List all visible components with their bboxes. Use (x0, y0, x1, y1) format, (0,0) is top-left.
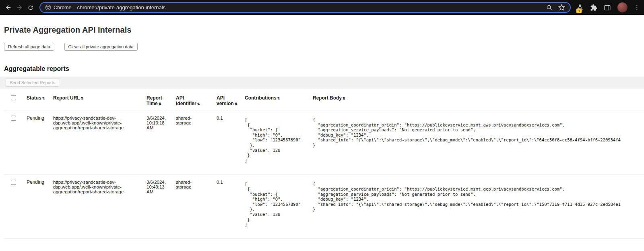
url-text: chrome://private-aggregation-internals (77, 4, 165, 10)
section-title: Aggregatable reports (4, 65, 640, 73)
extension-badge: 1 (576, 8, 582, 13)
extension-action-button[interactable]: 1 (576, 4, 584, 11)
column-header-api-identifier[interactable]: API identifier⇅ (176, 91, 217, 110)
side-panel-button[interactable] (604, 4, 611, 11)
api-identifier-cell: shared-storage (176, 110, 217, 174)
column-header-report-body[interactable]: Report Body⇅ (313, 91, 644, 110)
contributions-cell: [ { "bucket": { "high": "0", "low": "123… (245, 174, 313, 239)
select-all-cell (4, 91, 27, 110)
reports-table: Status⇅ Report URL⇅ Report Time⇅ API ide… (4, 91, 644, 239)
address-bar[interactable]: Chrome chrome://private-aggregation-inte… (39, 2, 571, 13)
browser-toolbar: Chrome chrome://private-aggregation-inte… (0, 0, 644, 15)
refresh-all-button[interactable]: Refresh all page data (4, 43, 54, 51)
sort-icon: ⇅ (81, 96, 84, 100)
zoom-button[interactable] (546, 4, 553, 11)
row-select-cell (4, 174, 27, 239)
reload-icon (27, 4, 34, 11)
chrome-chip-label: Chrome (54, 5, 71, 10)
contributions-cell: [ { "bucket": { "high": "0", "low": "123… (245, 110, 313, 174)
report-url-cell: https://privacy-sandcastle-dev-dsp.web.a… (53, 174, 147, 239)
sort-icon: ⇅ (343, 96, 345, 100)
status-cell: Pending (27, 174, 53, 239)
back-arrow-icon (5, 4, 12, 11)
report-body-json: { "aggregation_coordinator_origin": "htt… (313, 117, 644, 148)
column-header-status[interactable]: Status⇅ (27, 91, 53, 110)
api-identifier-cell: shared-storage (176, 174, 217, 239)
contributions-json: [ { "bucket": { "high": "0", "low": "123… (245, 181, 308, 227)
page-content: Private Aggregation API Internals Refres… (0, 25, 644, 239)
three-dot-menu-icon: ⋮ (634, 4, 640, 10)
table-toolbar: Send Selected Reports (0, 77, 644, 89)
api-version-cell: 0.1 (217, 174, 245, 239)
column-header-report-time[interactable]: Report Time⇅ (147, 91, 176, 110)
row-select-cell (4, 110, 27, 174)
side-panel-icon (604, 4, 611, 11)
api-version-cell: 0.1 (217, 110, 245, 174)
page-title: Private Aggregation API Internals (4, 25, 640, 35)
page-actions: Refresh all page data Clear all private … (4, 43, 640, 51)
forward-button[interactable] (14, 2, 25, 13)
report-body-cell: { "aggregation_coordinator_origin": "htt… (313, 174, 644, 239)
chrome-page-chip: Chrome (45, 4, 71, 10)
report-time-cell: 3/6/2024, 10:49:13 AM (147, 174, 176, 239)
contributions-json: [ { "bucket": { "high": "0", "low": "123… (245, 117, 308, 163)
bookmark-button[interactable] (558, 4, 565, 11)
table-row: Pending https://privacy-sandcastle-dev-d… (4, 174, 644, 239)
extensions-button[interactable] (590, 4, 597, 11)
header-row: Status⇅ Report URL⇅ Report Time⇅ API ide… (4, 91, 644, 110)
puzzle-icon (590, 4, 597, 11)
table-row: Pending https://privacy-sandcastle-dev-d… (4, 110, 644, 174)
sort-icon: ⇅ (42, 96, 45, 100)
report-body-json: { "aggregation_coordinator_origin": "htt… (313, 181, 644, 212)
row-checkbox[interactable] (11, 116, 16, 121)
report-time-cell: 3/6/2024, 10:10:18 AM (147, 110, 176, 174)
star-icon (558, 4, 565, 11)
forward-arrow-icon (16, 4, 23, 11)
column-header-contributions[interactable]: Contributions⇅ (245, 91, 313, 110)
sort-icon: ⇅ (197, 102, 200, 106)
report-body-cell: { "aggregation_coordinator_origin": "htt… (313, 110, 644, 174)
sort-icon: ⇅ (277, 96, 280, 100)
row-checkbox[interactable] (11, 180, 16, 185)
column-header-api-version[interactable]: API version⇅ (217, 91, 245, 110)
chrome-logo-icon (45, 4, 51, 10)
profile-button[interactable] (617, 2, 627, 12)
sort-icon: ⇅ (159, 102, 161, 106)
magnifier-icon (546, 4, 553, 11)
report-url-cell: https://privacy-sandcastle-dev-dsp.web.a… (53, 110, 147, 174)
send-selected-reports-button[interactable]: Send Selected Reports (6, 79, 59, 87)
select-all-checkbox[interactable] (11, 95, 16, 100)
column-header-report-url[interactable]: Report URL⇅ (53, 91, 147, 110)
reload-button[interactable] (25, 2, 36, 13)
browser-menu-button[interactable]: ⋮ (634, 4, 640, 10)
back-button[interactable] (2, 2, 14, 13)
clear-all-button[interactable]: Clear all private aggregation data (64, 43, 138, 51)
status-cell: Pending (27, 110, 53, 174)
sort-icon: ⇅ (235, 102, 237, 106)
avatar (617, 2, 627, 12)
